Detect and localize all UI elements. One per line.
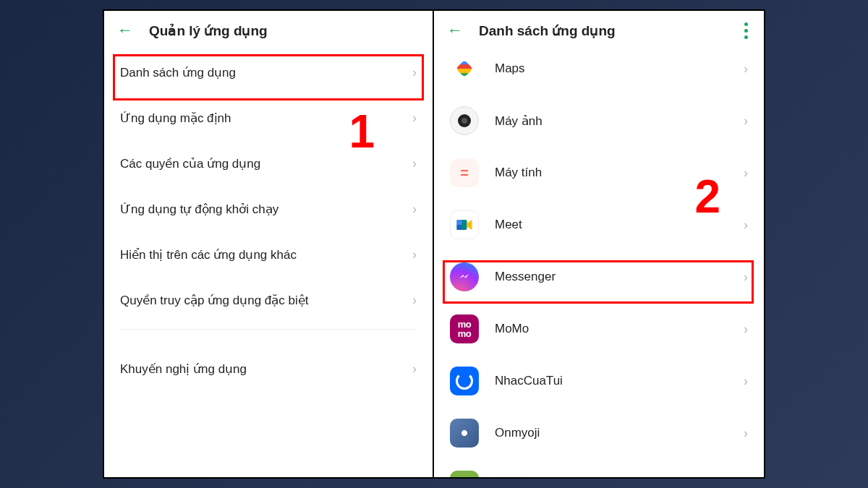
chevron-right-icon: › [412, 156, 417, 171]
app-row-onmyoji[interactable]: Onmyoji › [447, 407, 751, 459]
chevron-right-icon: › [412, 247, 417, 262]
app-label: Máy ảnh [495, 114, 728, 129]
more-vertical-icon[interactable] [744, 22, 748, 39]
momo-icon: mo mo [450, 314, 479, 343]
phone-screen-2: ← Danh sách ứng dụng Maps › Máy ảnh › = … [434, 11, 764, 477]
row-label: Quyền truy cập ứng dụng đặc biệt [120, 293, 308, 308]
chevron-right-icon: › [744, 114, 748, 129]
chevron-right-icon: › [412, 361, 417, 377]
settings-list: Danh sách ứng dụng › Ứng dụng mặc định ›… [104, 50, 433, 392]
page-title-2: Danh sách ứng dụng [479, 22, 616, 39]
app-row-meet[interactable]: Meet › [447, 199, 751, 251]
divider [120, 329, 417, 346]
row-label: Khuyến nghị ứng dụng [120, 361, 247, 377]
row-label: Danh sách ứng dụng [120, 65, 236, 80]
nhaccuatui-icon [450, 367, 479, 395]
chevron-right-icon: › [412, 65, 417, 80]
row-app-list[interactable]: Danh sách ứng dụng › [117, 50, 420, 95]
row-display-over[interactable]: Hiển thị trên các ứng dụng khác › [117, 232, 420, 278]
chevron-right-icon: › [744, 218, 748, 233]
app-row-camera[interactable]: Máy ảnh › [447, 95, 751, 147]
messenger-icon [450, 262, 479, 291]
maps-icon [450, 54, 479, 83]
chevron-right-icon: › [412, 202, 417, 217]
row-label: Ứng dụng mặc định [120, 111, 231, 126]
chevron-right-icon: › [412, 293, 417, 308]
back-arrow-icon[interactable]: ← [117, 21, 133, 40]
row-label: Ứng dụng tự động khởi chạy [120, 202, 278, 217]
app-label: Meet [495, 218, 728, 232]
app-list: Maps › Máy ảnh › = Máy tính › Meet › [434, 43, 764, 477]
app-label: Máy tính [495, 166, 728, 180]
chevron-right-icon: › [744, 322, 748, 337]
row-special-access[interactable]: Quyền truy cập ứng dụng đặc biệt › [117, 278, 420, 323]
app-label: NhacCuaTui [495, 374, 728, 388]
app-row-calculator[interactable]: = Máy tính › [447, 147, 751, 199]
app-label: MoMo [495, 322, 728, 336]
app-row-messenger[interactable]: Messenger › [447, 251, 751, 303]
app-label: Maps [495, 61, 728, 76]
tutorial-container: ← Quản lý ứng dụng Danh sách ứng dụng › … [103, 9, 765, 479]
chevron-right-icon: › [412, 111, 417, 126]
page-title-1: Quản lý ứng dụng [149, 22, 268, 39]
row-autostart[interactable]: Ứng dụng tự động khởi chạy › [117, 187, 420, 232]
app-row-ontap[interactable]: ontap1 › [447, 459, 751, 477]
onmyoji-icon [450, 419, 479, 448]
app-label: Messenger [495, 270, 728, 284]
app-row-momo[interactable]: mo mo MoMo › [447, 303, 751, 355]
chevron-right-icon: › [744, 270, 748, 285]
app-label: Onmyoji [495, 426, 728, 440]
row-default-apps[interactable]: Ứng dụng mặc định › [117, 95, 420, 141]
camera-icon [450, 106, 479, 135]
svg-rect-1 [457, 220, 462, 225]
app-row-maps[interactable]: Maps › [447, 43, 751, 95]
row-app-recommend[interactable]: Khuyến nghị ứng dụng › [117, 346, 420, 392]
svg-rect-2 [457, 225, 462, 230]
calculator-icon: = [450, 158, 479, 187]
back-arrow-icon[interactable]: ← [447, 21, 463, 40]
chevron-right-icon: › [744, 426, 748, 441]
row-label: Các quyền của ứng dụng [120, 156, 260, 171]
chevron-right-icon: › [744, 374, 748, 389]
phone-screen-1: ← Quản lý ứng dụng Danh sách ứng dụng › … [104, 11, 434, 477]
meet-icon [450, 210, 479, 239]
chevron-right-icon: › [744, 166, 748, 181]
header-2: ← Danh sách ứng dụng [434, 11, 764, 50]
row-app-permissions[interactable]: Các quyền của ứng dụng › [117, 141, 420, 187]
app-row-nhaccuatui[interactable]: NhacCuaTui › [447, 355, 751, 407]
row-label: Hiển thị trên các ứng dụng khác [120, 247, 297, 262]
header-1: ← Quản lý ứng dụng [104, 11, 433, 50]
ontap-icon [450, 471, 479, 477]
chevron-right-icon: › [744, 61, 748, 77]
